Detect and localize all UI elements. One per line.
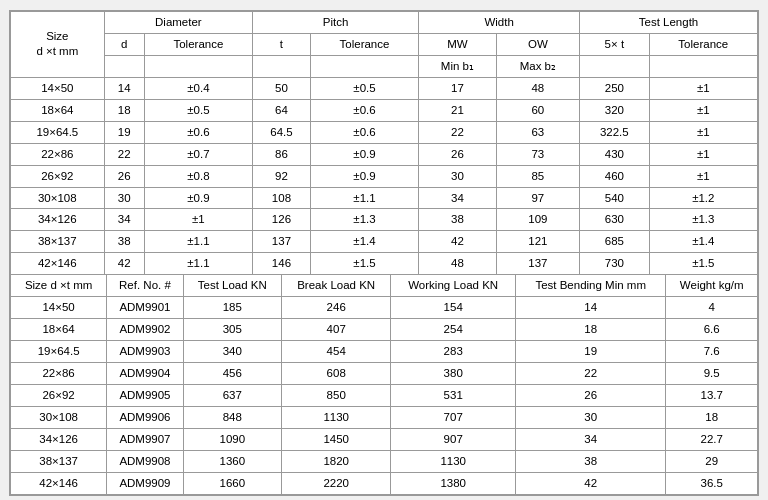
table-cell: 185 — [183, 297, 281, 319]
table-cell: 250 — [580, 77, 650, 99]
table-cell: 1380 — [391, 472, 516, 494]
table-row: 18×64ADM9902305407254186.6 — [11, 319, 758, 341]
size-sub-label: d ×t mm — [36, 45, 78, 57]
table-cell: 2220 — [281, 472, 391, 494]
table-row: 38×13738±1.1137±1.442121685±1.4 — [11, 231, 758, 253]
table-cell: 86 — [253, 143, 311, 165]
table-cell: 42 — [419, 231, 497, 253]
table-cell: 18×64 — [11, 319, 107, 341]
table-cell: 254 — [391, 319, 516, 341]
t-col — [253, 55, 311, 77]
table-cell: 6.6 — [666, 319, 758, 341]
table-cell: 907 — [391, 428, 516, 450]
minb1-header: Min b₁ — [419, 55, 497, 77]
maxb2-header: Max b₂ — [496, 55, 579, 77]
5xt-col — [580, 55, 650, 77]
table-cell: 630 — [580, 209, 650, 231]
table-cell: 64 — [253, 99, 311, 121]
table-cell: 21 — [419, 99, 497, 121]
table-cell: ±1 — [649, 143, 757, 165]
table-cell: 531 — [391, 384, 516, 406]
table-row: 22×8622±0.786±0.92673430±1 — [11, 143, 758, 165]
table-cell: 18 — [666, 406, 758, 428]
table-cell: 92 — [253, 165, 311, 187]
table-cell: 42 — [515, 472, 666, 494]
table-cell: ADM9903 — [107, 341, 184, 363]
table-cell: ±1 — [649, 165, 757, 187]
table-cell: 36.5 — [666, 472, 758, 494]
table-cell: 22×86 — [11, 143, 105, 165]
t-tol-header: Tolerance — [310, 33, 418, 55]
table-cell: 38 — [104, 231, 144, 253]
table-cell: ±1.4 — [649, 231, 757, 253]
table-cell: 707 — [391, 406, 516, 428]
testload-header: Test Load KN — [183, 275, 281, 297]
table-cell: ±0.4 — [144, 77, 252, 99]
table-cell: 19×64.5 — [11, 121, 105, 143]
table-cell: 30 — [419, 165, 497, 187]
table-cell: 109 — [496, 209, 579, 231]
mw-header: MW — [419, 33, 497, 55]
table-cell: 137 — [253, 231, 311, 253]
workload-header: Working Load KN — [391, 275, 516, 297]
table-cell: 19 — [104, 121, 144, 143]
table-cell: 18 — [515, 319, 666, 341]
table-cell: 850 — [281, 384, 391, 406]
table-cell: ±1.5 — [649, 253, 757, 275]
table-cell: ±0.8 — [144, 165, 252, 187]
table-cell: 380 — [391, 363, 516, 385]
table-cell: 7.6 — [666, 341, 758, 363]
table-cell: 146 — [253, 253, 311, 275]
table-cell: 26 — [419, 143, 497, 165]
table-cell: ±1.3 — [310, 209, 418, 231]
table-cell: 1660 — [183, 472, 281, 494]
table-cell: 26×92 — [11, 165, 105, 187]
5xt-header: 5× t — [580, 33, 650, 55]
table-cell: 34 — [104, 209, 144, 231]
lower-header-row: Size d ×t mm Ref. No. # Test Load KN Bre… — [11, 275, 758, 297]
table-cell: ±0.5 — [310, 77, 418, 99]
d-tol-col — [144, 55, 252, 77]
table-cell: 340 — [183, 341, 281, 363]
t-header: t — [253, 33, 311, 55]
table-cell: 14 — [104, 77, 144, 99]
size-header: Size d ×t mm — [11, 12, 105, 78]
lower-size-header: Size d ×t mm — [11, 275, 107, 297]
table-cell: 14×50 — [11, 77, 105, 99]
diameter-header: Diameter — [104, 12, 252, 34]
table-row: 14×50ADM9901185246154144 — [11, 297, 758, 319]
table-row: 34×12634±1126±1.338109630±1.3 — [11, 209, 758, 231]
tol-header: Tolerance — [649, 33, 757, 55]
upper-table-body: 14×5014±0.450±0.51748250±118×6418±0.564±… — [11, 77, 758, 274]
table-cell: 685 — [580, 231, 650, 253]
table-cell: 64.5 — [253, 121, 311, 143]
table-cell: 30×108 — [11, 406, 107, 428]
d-header: d — [104, 33, 144, 55]
table-cell: 85 — [496, 165, 579, 187]
table-cell: 42×146 — [11, 253, 105, 275]
table-cell: 460 — [580, 165, 650, 187]
table-cell: 50 — [253, 77, 311, 99]
table-cell: 26 — [515, 384, 666, 406]
table-cell: 608 — [281, 363, 391, 385]
table-cell: 19×64.5 — [11, 341, 107, 363]
lower-table: Size d ×t mm Ref. No. # Test Load KN Bre… — [10, 274, 758, 494]
table-cell: ±1 — [144, 209, 252, 231]
table-cell: ±1.1 — [144, 253, 252, 275]
table-cell: 48 — [496, 77, 579, 99]
header-row-2: d Tolerance t Tolerance MW OW 5× t Toler… — [11, 33, 758, 55]
table-cell: 1450 — [281, 428, 391, 450]
size-label: Size — [46, 30, 68, 42]
table-cell: ADM9908 — [107, 450, 184, 472]
d-tol-header: Tolerance — [144, 33, 252, 55]
table-cell: 637 — [183, 384, 281, 406]
table-row: 26×9226±0.892±0.93085460±1 — [11, 165, 758, 187]
table-cell: 17 — [419, 77, 497, 99]
table-cell: 34×126 — [11, 209, 105, 231]
table-cell: ±1.2 — [649, 187, 757, 209]
table-cell: 73 — [496, 143, 579, 165]
table-cell: ±1.3 — [649, 209, 757, 231]
table-cell: 42 — [104, 253, 144, 275]
table-cell: 18 — [104, 99, 144, 121]
table-cell: 246 — [281, 297, 391, 319]
